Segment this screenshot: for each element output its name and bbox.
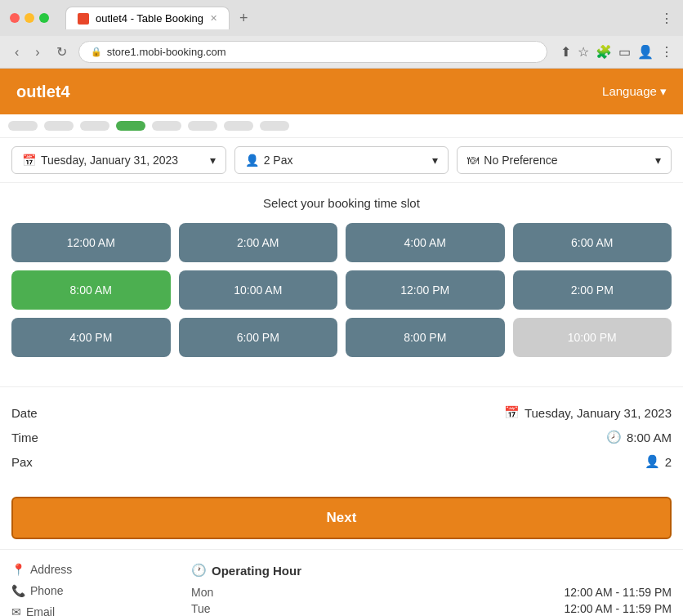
pax-filter-value: 2 Pax	[264, 154, 293, 167]
sidebar-toggle-icon[interactable]: ▭	[618, 44, 631, 60]
window-controls	[10, 13, 49, 23]
back-button[interactable]: ‹	[10, 43, 24, 61]
category-pill-3[interactable]	[80, 121, 109, 131]
time-slot-11: 10:00 PM	[513, 318, 672, 357]
pax-dropdown-icon: ▾	[432, 154, 438, 167]
maximize-window-dot[interactable]	[39, 13, 49, 23]
category-pill-7[interactable]	[224, 121, 253, 131]
category-bar	[0, 114, 683, 138]
browser-menu-dots[interactable]: ⋮	[660, 44, 673, 60]
bookmark-icon[interactable]: ☆	[578, 44, 589, 60]
pax-value: 👤 2	[645, 454, 672, 469]
url-bar[interactable]: 🔒 store1.mobi-booking.com	[78, 41, 547, 63]
active-tab[interactable]: outlet4 - Table Booking ✕	[65, 7, 230, 29]
preference-filter-value: No Preference	[484, 154, 557, 167]
email-icon: ✉	[11, 605, 21, 616]
pax-summary-label: Pax	[11, 455, 33, 469]
op-hour-row: Tue12:00 AM - 11:59 PM	[191, 602, 672, 615]
time-slot-8[interactable]: 4:00 PM	[11, 318, 171, 357]
browser-chrome: outlet4 - Table Booking ✕ + ⋮ ‹ › ↻ 🔒 st…	[0, 0, 683, 69]
main-content: Select your booking time slot 12:00 AM2:…	[0, 183, 683, 386]
preference-icon: 🍽	[467, 154, 479, 167]
summary-date-text: Tuesday, January 31, 2023	[525, 406, 672, 420]
footer-operating-hours: 🕐 Operating Hour Mon12:00 AM - 11:59 PMT…	[191, 563, 672, 616]
phone-icon: 📞	[11, 584, 25, 597]
app-header: outlet4 Language ▾	[0, 69, 683, 114]
time-grid: 12:00 AM2:00 AM4:00 AM6:00 AM8:00 AM10:0…	[11, 223, 672, 357]
email-item: ✉ Email	[11, 605, 175, 616]
browser-menu-button[interactable]: ⋮	[660, 11, 673, 26]
time-slot-6[interactable]: 12:00 PM	[346, 270, 505, 310]
phone-item: 📞 Phone	[11, 584, 175, 597]
time-slot-5[interactable]: 10:00 AM	[179, 270, 338, 310]
operating-hour-title: 🕐 Operating Hour	[191, 563, 672, 578]
minimize-window-dot[interactable]	[25, 13, 34, 23]
pax-icon: 👤	[245, 154, 259, 167]
pin-icon: 📍	[11, 563, 25, 576]
time-slot-0[interactable]: 12:00 AM	[11, 223, 171, 262]
time-label: Time	[11, 431, 38, 444]
pax-filter[interactable]: 👤 2 Pax ▾	[234, 146, 449, 174]
time-slot-3[interactable]: 6:00 AM	[513, 223, 672, 262]
time-slot-4[interactable]: 8:00 AM	[11, 270, 171, 310]
footer-contact: 📍 Address 📞 Phone ✉ Email	[11, 563, 175, 616]
preference-dropdown-icon: ▾	[655, 154, 661, 167]
date-filter[interactable]: 📅 Tuesday, January 31, 2023 ▾	[11, 146, 226, 174]
op-hours: 12:00 AM - 11:59 PM	[564, 586, 672, 599]
forward-button[interactable]: ›	[30, 43, 44, 61]
op-hour-row: Mon12:00 AM - 11:59 PM	[191, 586, 672, 599]
app-title: outlet4	[16, 83, 70, 101]
phone-label: Phone	[30, 584, 63, 597]
time-slot-1[interactable]: 2:00 AM	[179, 223, 338, 262]
tab-favicon	[78, 13, 89, 25]
time-slot-7[interactable]: 2:00 PM	[513, 270, 672, 310]
url-text: store1.mobi-booking.com	[107, 46, 226, 58]
op-day: Tue	[191, 602, 222, 615]
category-pill-2[interactable]	[44, 121, 74, 131]
category-pill-1[interactable]	[8, 121, 38, 131]
browser-extra-actions: ⬆ ☆ 🧩 ▭ 👤 ⋮	[560, 44, 673, 60]
tab-close-button[interactable]: ✕	[210, 13, 217, 24]
tab-title: outlet4 - Table Booking	[96, 12, 203, 25]
reload-button[interactable]: ↻	[51, 42, 72, 61]
email-label: Email	[26, 605, 55, 616]
summary-pax-icon: 👤	[645, 454, 660, 469]
summary-pax-text: 2	[665, 455, 672, 469]
new-tab-button[interactable]: +	[233, 10, 255, 27]
language-button[interactable]: Language ▾	[602, 84, 667, 99]
summary-time-text: 8:00 AM	[627, 431, 672, 444]
category-pill-5[interactable]	[152, 121, 181, 131]
browser-toolbar-actions: ⋮	[660, 11, 673, 26]
date-filter-value: Tuesday, January 31, 2023	[41, 154, 178, 167]
time-slot-2[interactable]: 4:00 AM	[346, 223, 505, 262]
category-pill-6[interactable]	[188, 121, 217, 131]
op-hours: 12:00 AM - 11:59 PM	[564, 602, 672, 615]
operating-hours-list: Mon12:00 AM - 11:59 PMTue12:00 AM - 11:5…	[191, 586, 672, 616]
time-value: 🕗 8:00 AM	[606, 430, 672, 444]
summary-section: Date 📅 Tuesday, January 31, 2023 Time 🕗 …	[0, 386, 683, 487]
address-item: 📍 Address	[11, 563, 175, 576]
close-window-dot[interactable]	[10, 13, 20, 23]
lock-icon: 🔒	[91, 47, 102, 57]
profile-icon[interactable]: 👤	[637, 44, 654, 60]
extensions-icon[interactable]: 🧩	[596, 44, 612, 60]
time-slot-10[interactable]: 8:00 PM	[346, 318, 505, 357]
preference-filter[interactable]: 🍽 No Preference ▾	[457, 146, 672, 174]
time-slot-9[interactable]: 6:00 PM	[179, 318, 338, 357]
summary-calendar-icon: 📅	[504, 405, 520, 420]
category-pill-8[interactable]	[260, 121, 289, 131]
date-value: 📅 Tuesday, January 31, 2023	[504, 405, 672, 420]
clock-icon: 🕐	[191, 563, 207, 578]
calendar-icon: 📅	[22, 154, 36, 167]
next-button[interactable]: Next	[11, 497, 672, 539]
address-bar: ‹ › ↻ 🔒 store1.mobi-booking.com ⬆ ☆ 🧩 ▭ …	[0, 36, 683, 68]
summary-date-row: Date 📅 Tuesday, January 31, 2023	[11, 400, 672, 425]
operating-hour-label: Operating Hour	[212, 564, 301, 578]
date-dropdown-icon: ▾	[210, 154, 216, 167]
category-pill-4-active[interactable]	[116, 121, 145, 131]
share-icon[interactable]: ⬆	[560, 44, 571, 60]
footer-info: 📍 Address 📞 Phone ✉ Email 🕐 Operating Ho…	[0, 549, 683, 616]
date-label: Date	[11, 406, 38, 420]
tab-bar: outlet4 - Table Booking ✕ +	[65, 7, 255, 29]
op-day: Mon	[191, 586, 222, 599]
